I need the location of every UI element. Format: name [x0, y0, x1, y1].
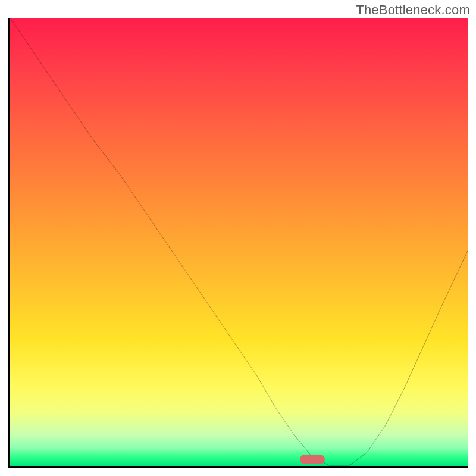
- bottleneck-curve-path: [10, 18, 468, 466]
- plot-area: [8, 18, 468, 468]
- optimal-point-marker: [300, 455, 325, 464]
- chart-container: TheBottleneck.com: [0, 0, 476, 476]
- attribution-watermark: TheBottleneck.com: [356, 2, 470, 18]
- bottleneck-curve-svg: [10, 18, 468, 466]
